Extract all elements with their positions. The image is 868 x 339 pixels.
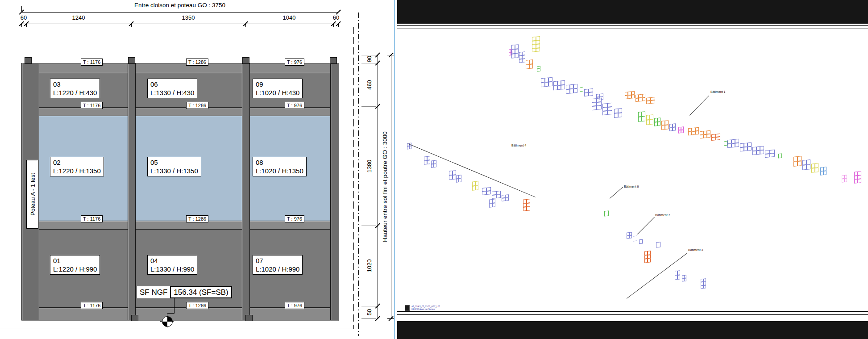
width-tag[interactable]: T : 976 xyxy=(285,59,304,66)
window-shape[interactable] xyxy=(639,239,643,244)
width-tag[interactable]: T : 1176 xyxy=(81,59,103,66)
elevation-view[interactable]: Entre cloison et poteau GO : 3750 601240… xyxy=(0,0,394,339)
window-shape[interactable] xyxy=(669,123,676,131)
building-label[interactable]: Bâtiment 6 xyxy=(624,185,639,188)
window-shape[interactable] xyxy=(820,167,826,175)
section-line-dashdot[interactable] xyxy=(358,13,359,336)
window-shape[interactable] xyxy=(541,77,552,88)
window-shape[interactable] xyxy=(456,175,461,182)
window-shape[interactable] xyxy=(511,44,519,59)
window-shape[interactable] xyxy=(802,159,810,170)
window-shape[interactable] xyxy=(625,91,635,99)
window-shape[interactable] xyxy=(811,163,818,173)
dim-total-height-label[interactable]: Hauteur entre sol fini et poutre GO : 30… xyxy=(382,131,388,242)
width-tag[interactable]: T : 1286 xyxy=(186,302,208,309)
window-shape[interactable] xyxy=(633,235,637,241)
window-shape[interactable] xyxy=(604,210,609,216)
cell-label[interactable]: 02L:1220 / H:1350 xyxy=(50,157,104,176)
window-shape[interactable] xyxy=(842,175,847,182)
poteau-label-box[interactable]: Poteau A - 1 test xyxy=(26,160,38,229)
window-shape[interactable] xyxy=(431,160,436,167)
window-shape[interactable] xyxy=(752,146,764,155)
width-tag[interactable]: T : 976 xyxy=(285,102,304,109)
building-label[interactable]: Bâtiment 1 xyxy=(710,90,725,93)
window-shape[interactable] xyxy=(656,242,660,247)
window-shape[interactable] xyxy=(646,97,655,104)
width-tag[interactable]: T : 1286 xyxy=(186,102,208,109)
window-shape[interactable] xyxy=(701,278,706,289)
section-line[interactable] xyxy=(353,27,354,329)
window-shape[interactable] xyxy=(646,114,653,125)
window-shape[interactable] xyxy=(644,251,651,263)
dim-total-width-label[interactable]: Entre cloison et poteau GO : 3750 xyxy=(134,2,225,8)
cell-label[interactable]: 09L:1020 / H:430 xyxy=(253,79,303,98)
window-shape[interactable] xyxy=(532,36,540,52)
building-label[interactable]: Bâtiment 4 xyxy=(511,144,526,147)
window-shape[interactable] xyxy=(765,150,775,158)
window-shape[interactable] xyxy=(482,187,491,195)
mullion-1[interactable] xyxy=(128,63,136,320)
window-shape[interactable] xyxy=(537,66,540,72)
building-label[interactable]: Bâtiment 3 xyxy=(688,248,703,251)
cell-label[interactable]: 05L:1330 / H:1350 xyxy=(147,157,201,176)
width-tag[interactable]: T : 1176 xyxy=(81,102,103,109)
window-shape[interactable] xyxy=(854,171,861,184)
dim-segment-value[interactable]: 1240 xyxy=(72,14,85,21)
mullion-2[interactable] xyxy=(242,63,250,320)
window-shape[interactable] xyxy=(566,84,577,94)
cell-label[interactable]: 01L:1220 / H:990 xyxy=(50,255,100,275)
spot-marker[interactable] xyxy=(162,316,173,327)
window-shape[interactable] xyxy=(472,181,478,190)
window-shape[interactable] xyxy=(523,199,530,211)
window-shape[interactable] xyxy=(740,142,752,152)
window-shape[interactable] xyxy=(580,87,583,92)
beam-bottom[interactable] xyxy=(21,307,338,321)
window-shape[interactable] xyxy=(778,154,782,159)
dim-segment-value[interactable]: 90 xyxy=(366,56,373,62)
width-tag[interactable]: T : 1176 xyxy=(81,215,103,222)
sheet-3d-view[interactable]: A3_CHAS_03_CH07_ABC_L07 04-02 Châssis pa… xyxy=(394,0,868,339)
window-shape[interactable] xyxy=(627,232,632,239)
dim-segment-value[interactable]: 1350 xyxy=(182,14,195,21)
window-shape[interactable] xyxy=(793,156,802,167)
dim-segment-value[interactable]: 1380 xyxy=(366,159,373,172)
width-tag[interactable]: T : 1286 xyxy=(186,59,208,66)
window-shape[interactable] xyxy=(424,156,430,164)
window-shape[interactable] xyxy=(727,139,739,148)
window-shape[interactable] xyxy=(700,130,710,139)
width-tag[interactable]: T : 1286 xyxy=(186,215,208,222)
window-shape[interactable] xyxy=(602,103,612,115)
building-label[interactable]: Bâtiment 7 xyxy=(655,213,670,217)
window-shape[interactable] xyxy=(584,88,593,96)
window-shape[interactable] xyxy=(592,98,602,110)
window-shape[interactable] xyxy=(724,141,727,146)
window-shape[interactable] xyxy=(614,108,622,118)
window-shape[interactable] xyxy=(638,111,645,122)
window-shape[interactable] xyxy=(678,126,684,133)
width-tag[interactable]: T : 1176 xyxy=(81,302,103,309)
window-shape[interactable] xyxy=(502,194,509,201)
window-shape[interactable] xyxy=(711,134,720,141)
window-shape[interactable] xyxy=(688,127,699,136)
window-shape[interactable] xyxy=(675,270,680,280)
window-shape[interactable] xyxy=(492,191,501,199)
window-shape[interactable] xyxy=(526,59,533,69)
dim-segment-value[interactable]: 50 xyxy=(366,309,373,315)
cell-label[interactable]: 07L:1020 / H:990 xyxy=(253,255,303,275)
dim-segment-value[interactable]: 1020 xyxy=(366,259,373,272)
dim-segment-value[interactable]: 460 xyxy=(366,80,373,90)
dim-segment-value[interactable]: 60 xyxy=(21,14,27,21)
cell-label[interactable]: 06L:1330 / H:430 xyxy=(147,79,197,98)
cell-label[interactable]: 08L:1020 / H:1350 xyxy=(253,157,307,176)
column-right[interactable] xyxy=(330,63,339,320)
window-shape[interactable] xyxy=(661,120,669,130)
window-shape[interactable] xyxy=(635,94,645,102)
cell-label[interactable]: 04L:1330 / H:990 xyxy=(147,255,197,275)
dim-segment-value[interactable]: 60 xyxy=(333,14,339,21)
window-shape[interactable] xyxy=(519,51,525,63)
spot-elevation-label[interactable]: SF NGF 156.34 (SF=SB) xyxy=(137,286,232,298)
window-shape[interactable] xyxy=(553,80,565,91)
window-shape[interactable] xyxy=(654,117,660,126)
dim-segment-value[interactable]: 1040 xyxy=(283,14,296,21)
cell-label[interactable]: 03L:1220 / H:430 xyxy=(50,79,100,98)
